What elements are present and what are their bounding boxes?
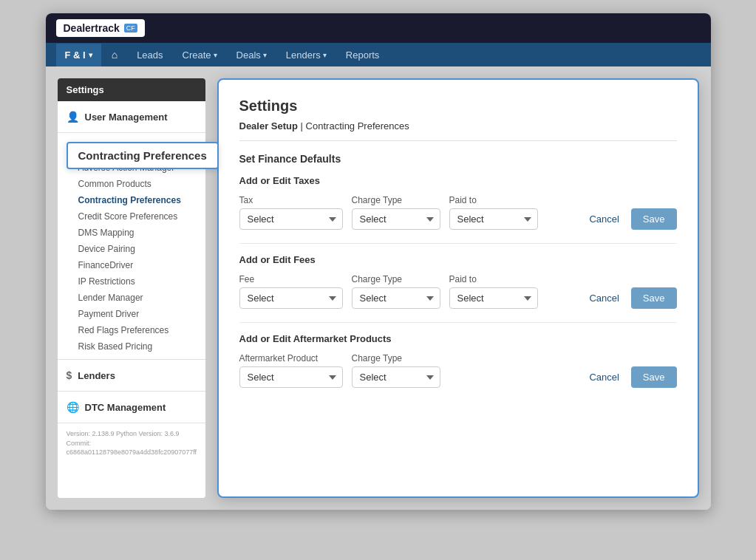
aftermarket-save-button[interactable]: Save <box>631 366 677 388</box>
sidebar-sub-finance-driver[interactable]: FinanceDriver <box>58 257 205 273</box>
breadcrumb-dealer-setup: Dealer Setup <box>239 120 298 132</box>
nav-lenders-chevron-icon: ▾ <box>323 51 327 59</box>
nav-reports-label: Reports <box>346 49 380 61</box>
sidebar-section-lenders: $ Lenders <box>58 360 205 392</box>
sidebar-item-dtc[interactable]: 🌐 DTC Management <box>58 396 205 418</box>
breadcrumb-separator: | <box>301 120 306 132</box>
tax-label: Tax <box>239 195 343 205</box>
fee-label: Fee <box>239 274 343 284</box>
sidebar-user-management-label: User Management <box>85 112 168 123</box>
sidebar-version: Version: 2.138.9 Python Version: 3.6.9 C… <box>58 423 205 463</box>
aftermarket-cancel-button[interactable]: Cancel <box>583 367 624 387</box>
fees-form-actions: Cancel Save <box>583 287 676 309</box>
nav-home-button[interactable]: ⌂ <box>103 43 126 66</box>
sidebar-sub-device-pairing[interactable]: Device Pairing <box>58 241 205 257</box>
fees-cancel-button[interactable]: Cancel <box>583 288 624 308</box>
nav-reports[interactable]: Reports <box>337 44 389 66</box>
sidebar-item-lenders[interactable]: $ Lenders <box>58 364 205 386</box>
nav-lenders[interactable]: Lenders ▾ <box>277 44 336 66</box>
settings-modal: Settings Dealer Setup | Contracting Pref… <box>217 78 699 498</box>
aftermarket-form-actions: Cancel Save <box>583 366 676 388</box>
tax-field-group: Tax Select <box>239 195 343 230</box>
taxes-title: Add or Edit Taxes <box>239 175 677 186</box>
sidebar-sub-ip-restrictions[interactable]: IP Restrictions <box>58 273 205 290</box>
aftermarket-product-label: Aftermarket Product <box>239 353 343 363</box>
fee-paid-to-group: Paid to Select <box>449 274 538 309</box>
globe-icon: 🌐 <box>67 401 79 413</box>
tax-select[interactable]: Select <box>239 208 343 230</box>
aftermarket-charge-type-select[interactable]: Select <box>352 366 440 388</box>
sidebar-sub-payment-driver[interactable]: Payment Driver <box>58 306 205 322</box>
aftermarket-form-row: Aftermarket Product Select Charge Type S… <box>239 353 677 388</box>
tax-charge-type-label: Charge Type <box>352 195 440 205</box>
breadcrumb-contracting: Contracting Preferences <box>306 120 409 132</box>
sidebar-item-user-management[interactable]: 👤 User Management <box>58 106 205 128</box>
modal-title: Settings <box>239 98 677 115</box>
fee-select[interactable]: Select <box>239 287 343 309</box>
aftermarket-title: Add or Edit Aftermarket Products <box>239 333 677 344</box>
tax-charge-type-select[interactable]: Select <box>352 208 440 230</box>
sidebar-sub-dms-mapping[interactable]: DMS Mapping <box>58 225 205 241</box>
fee-charge-type-label: Charge Type <box>352 274 440 284</box>
fee-charge-type-group: Charge Type Select <box>352 274 440 309</box>
nav-deals[interactable]: Deals ▾ <box>228 44 276 66</box>
content-area: Contracting Preferences Settings 👤 User … <box>46 66 711 510</box>
taxes-save-button[interactable]: Save <box>631 208 677 230</box>
fees-title: Add or Edit Fees <box>239 254 677 265</box>
sidebar-lenders-label: Lenders <box>78 370 115 381</box>
tax-paid-to-select[interactable]: Select <box>449 208 538 230</box>
aftermarket-product-group: Aftermarket Product Select <box>239 353 343 388</box>
nav-create-chevron-icon: ▾ <box>214 51 217 59</box>
fees-save-button[interactable]: Save <box>631 287 677 309</box>
aftermarket-charge-type-group: Charge Type Select <box>352 353 440 388</box>
taxes-cancel-button[interactable]: Cancel <box>583 209 624 229</box>
nav-brand-label: F & I <box>65 49 86 61</box>
nav-leads[interactable]: Leads <box>128 44 171 66</box>
tax-charge-type-group: Charge Type Select <box>352 195 440 230</box>
main-nav: F & I ▾ ⌂ Leads Create ▾ Deals ▾ Lenders… <box>46 43 711 66</box>
logo-area: Dealertrack CF <box>56 19 145 37</box>
sidebar-sub-common-products[interactable]: Common Products <box>58 176 205 192</box>
tax-paid-to-label: Paid to <box>449 195 538 205</box>
aftermarket-charge-type-label: Charge Type <box>352 353 440 363</box>
sidebar-sub-risk-based[interactable]: Risk Based Pricing <box>58 338 205 355</box>
top-bar: Dealertrack CF <box>46 13 711 43</box>
sidebar-dtc-label: DTC Management <box>85 402 166 413</box>
sidebar-sub-contracting-preferences[interactable]: Contracting Preferences <box>58 192 205 208</box>
nav-create-label: Create <box>183 49 211 61</box>
nav-deals-label: Deals <box>236 49 261 61</box>
taxes-form-row: Tax Select Charge Type Select Paid to <box>239 195 677 230</box>
section-finance-defaults: Set Finance Defaults <box>239 153 677 165</box>
dollar-icon: $ <box>67 369 72 381</box>
sidebar-section-dtc: 🌐 DTC Management <box>58 392 205 423</box>
sidebar-sub-red-flags[interactable]: Red Flags Preferences <box>58 322 205 338</box>
taxes-subsection: Add or Edit Taxes Tax Select Charge Type… <box>239 175 677 244</box>
nav-lenders-label: Lenders <box>286 49 321 61</box>
logo-text: Dealertrack <box>64 22 120 34</box>
aftermarket-subsection: Add or Edit Aftermarket Products Afterma… <box>239 333 677 401</box>
fee-paid-to-label: Paid to <box>449 274 538 284</box>
fee-charge-type-select[interactable]: Select <box>352 287 440 309</box>
sidebar-sub-credit-score[interactable]: Credit Score Preferences <box>58 208 205 225</box>
tax-paid-to-group: Paid to Select <box>449 195 538 230</box>
highlight-label: Contracting Preferences <box>78 149 207 162</box>
fees-subsection: Add or Edit Fees Fee Select Charge Type … <box>239 254 677 323</box>
contracting-preferences-highlight: Contracting Preferences <box>67 142 219 169</box>
fee-paid-to-select[interactable]: Select <box>449 287 538 309</box>
aftermarket-product-select[interactable]: Select <box>239 366 343 388</box>
nav-leads-label: Leads <box>137 49 163 61</box>
fee-field-group: Fee Select <box>239 274 343 309</box>
sidebar-header: Settings <box>58 78 205 101</box>
nav-brand-chevron-icon: ▾ <box>89 51 92 59</box>
sidebar-sub-lender-manager[interactable]: Lender Manager <box>58 290 205 306</box>
fees-form-row: Fee Select Charge Type Select Paid to <box>239 274 677 309</box>
nav-deals-chevron-icon: ▾ <box>263 51 267 59</box>
user-icon: 👤 <box>67 111 79 123</box>
sidebar-section-user-management: 👤 User Management <box>58 101 205 133</box>
breadcrumb: Dealer Setup | Contracting Preferences <box>239 120 677 141</box>
logo-icon: CF <box>124 24 137 33</box>
nav-brand[interactable]: F & I ▾ <box>56 44 101 66</box>
nav-create[interactable]: Create ▾ <box>174 44 226 66</box>
taxes-form-actions: Cancel Save <box>583 208 676 230</box>
